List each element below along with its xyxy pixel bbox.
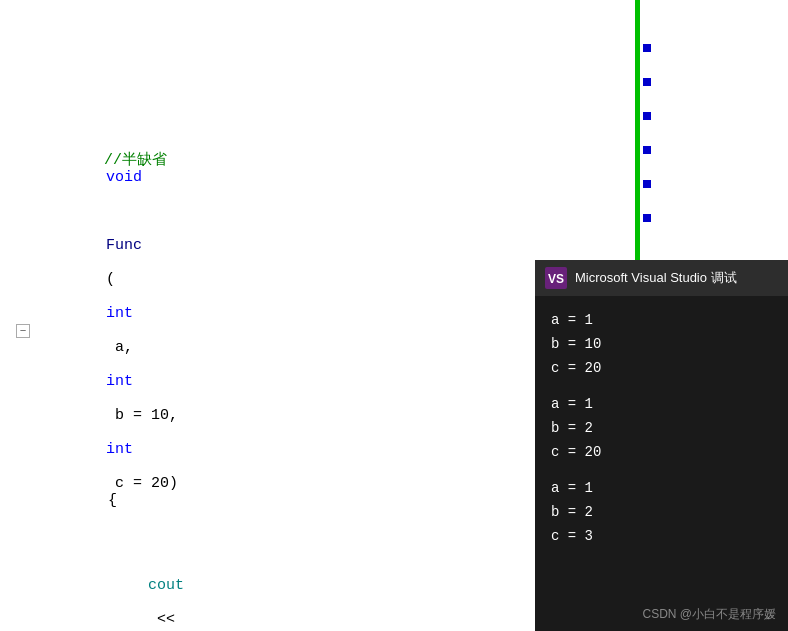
param-b: b = 10, — [106, 407, 196, 424]
blue-mark-4 — [643, 146, 651, 154]
console-footer: CSDN @小白不是程序媛 — [642, 606, 776, 623]
console-panel: VS Microsoft Visual Studio 调试 a = 1 b = … — [535, 260, 788, 631]
output-line-5: b = 2 — [551, 416, 772, 440]
blue-mark-1 — [643, 44, 651, 52]
output-line-8: b = 2 — [551, 500, 772, 524]
output-line-6: c = 20 — [551, 440, 772, 464]
func-name: Func — [106, 237, 142, 254]
output-blank-1 — [551, 380, 772, 392]
keyword-void: void — [106, 169, 142, 186]
output-blank-2 — [551, 464, 772, 476]
paren: ( — [106, 271, 115, 288]
param-a: a, — [106, 339, 151, 356]
svg-text:VS: VS — [548, 272, 564, 286]
type-int: int — [106, 305, 133, 322]
console-output: a = 1 b = 10 c = 20 a = 1 b = 2 c = 20 a… — [535, 296, 788, 560]
console-header: VS Microsoft Visual Studio 调试 — [535, 260, 788, 296]
output-line-7: a = 1 — [551, 476, 772, 500]
blue-mark-5 — [643, 180, 651, 188]
console-title: Microsoft Visual Studio 调试 — [575, 269, 737, 287]
space — [106, 203, 115, 220]
blue-mark-2 — [643, 78, 651, 86]
collapse-button[interactable]: − — [16, 324, 30, 338]
op: << — [148, 611, 184, 628]
brace-open: { — [108, 492, 117, 509]
blue-mark-3 — [643, 112, 651, 120]
type-int2: int — [106, 373, 133, 390]
output-line-1: a = 1 — [551, 308, 772, 332]
blue-mark-6 — [643, 214, 651, 222]
cout-token: cout — [148, 577, 184, 594]
output-line-2: b = 10 — [551, 332, 772, 356]
code-text: cout << "a = " << a << endl ; — [76, 535, 229, 631]
output-line-9: c = 3 — [551, 524, 772, 548]
vs-icon: VS — [545, 267, 567, 289]
output-line-4: a = 1 — [551, 392, 772, 416]
output-line-3: c = 20 — [551, 356, 772, 380]
